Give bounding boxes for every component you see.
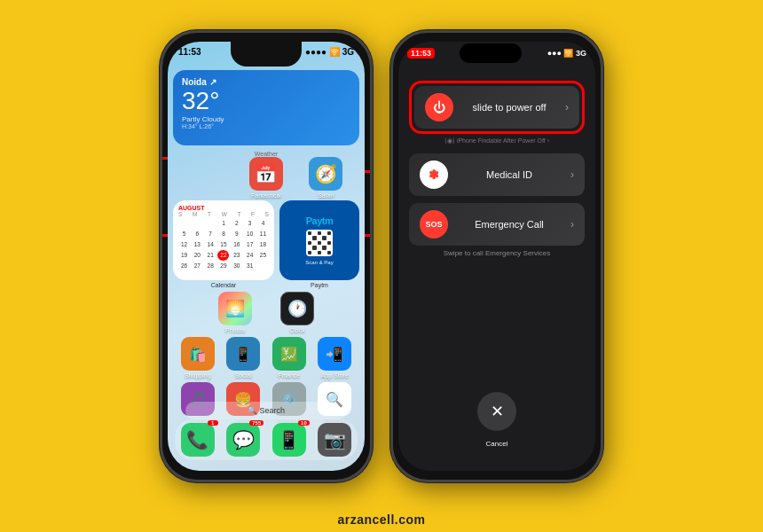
app-clock[interactable]: 🕐 Clock <box>275 292 319 333</box>
medical-chevron: › <box>570 168 574 181</box>
power-slider[interactable]: ⏻ slide to power off › <box>414 86 579 129</box>
weather-temp: 32° <box>182 87 350 115</box>
sos-chevron: › <box>570 218 574 231</box>
sos-label: Emergency Call <box>457 219 562 230</box>
calendar-widget[interactable]: AUGUST SMTWTFS 1234 567891011 1213141516… <box>173 200 274 280</box>
safari-label: Safari <box>318 192 334 199</box>
power-slider-highlight: ⏻ slide to power off › <box>409 81 585 134</box>
silent-button[interactable] <box>160 206 161 237</box>
sos-text: SOS <box>425 220 442 229</box>
clock-label: Clock <box>289 327 305 333</box>
app-photos[interactable]: 🌅 Photos <box>213 292 257 333</box>
phone1: 11:53 ●●●● 🛜 3G Noida ↗ 32° Partly Cloud… <box>160 30 373 482</box>
weather-desc: Partly Cloudy <box>182 115 350 123</box>
status-bar-2: 11:53 ●●● 🛜 3G <box>398 42 595 65</box>
signal-icons: ●●●● 🛜 3G <box>305 47 354 57</box>
sos-slider[interactable]: SOS Emergency Call › <box>409 203 585 246</box>
app-safari[interactable]: 🧭 Safari <box>303 157 348 199</box>
dock-whatsapp[interactable]: 📱 10 <box>272 423 306 457</box>
paytm-scanpay: Scan & Pay <box>305 260 333 265</box>
dock-phone[interactable]: 📞 1 <box>181 423 215 457</box>
cancel-label: Cancel <box>398 440 595 448</box>
power-slider-area: ⏻ slide to power off › ⟨◉⟩ iPhone Findab… <box>409 81 585 257</box>
paytm-label: Paytm <box>311 282 328 288</box>
calendar-label: Calendar <box>173 282 274 288</box>
fantastical-label: Fantastical <box>251 192 281 199</box>
paytm-qr <box>306 230 333 256</box>
app-row-1: 📅 Fantastical 🧭 Safari <box>173 157 359 199</box>
app-fantastical[interactable]: 📅 Fantastical <box>244 157 288 199</box>
dock: 📞 1 💬 755 📱 10 📷 <box>175 419 358 460</box>
dock-messages[interactable]: 💬 755 <box>226 423 260 457</box>
time: 11:53 <box>178 47 201 57</box>
weather-city: Noida ↗ <box>182 77 350 87</box>
search-text: 🔍 Search <box>248 406 285 415</box>
volume-down-button[interactable] <box>160 166 161 197</box>
main-area: 11:53 ●●●● 🛜 3G Noida ↗ 32° Partly Cloud… <box>0 0 763 504</box>
phone1-screen: 11:53 ●●●● 🛜 3G Noida ↗ 32° Partly Cloud… <box>168 42 365 471</box>
chevron-icon: › <box>565 101 569 113</box>
findable-text: ⟨◉⟩ iPhone Findable After Power Off › <box>409 137 585 145</box>
app-social[interactable]: 📱 Social <box>221 337 265 379</box>
paytm-logo: Paytm <box>306 215 334 226</box>
power-button[interactable] <box>371 170 373 232</box>
swipe-text: Swipe to call Emergency Services <box>409 249 585 257</box>
medical-label: Medical ID <box>457 169 562 180</box>
power-symbol: ⏻ <box>433 100 445 114</box>
medical-icon: ✽ <box>420 160 448 189</box>
sos-icon: SOS <box>420 210 448 239</box>
branding: arzancell.com <box>337 507 425 532</box>
power-slider-label: slide to power off <box>462 102 556 113</box>
phone2: 11:53 ●●● 🛜 3G ⏻ slide to power off › ⟨◉… <box>390 30 603 482</box>
volume-up-button[interactable] <box>160 121 161 153</box>
phone2-screen: 11:53 ●●● 🛜 3G ⏻ slide to power off › ⟨◉… <box>398 42 595 471</box>
widget-row: AUGUST SMTWTFS 1234 567891011 1213141516… <box>173 200 359 288</box>
medical-symbol: ✽ <box>429 168 439 182</box>
time-badge: 11:53 <box>407 48 435 59</box>
cal-month: AUGUST <box>178 205 269 211</box>
app-row-small-1: 🛍️ Shopping 📱 Social 💹 Finance 📲 App Sto… <box>173 337 359 379</box>
app-appstore[interactable]: 📲 App Store <box>312 337 357 379</box>
weather-widget[interactable]: Noida ↗ 32° Partly Cloudy H:34° L:26° <box>173 70 359 145</box>
app-shopping[interactable]: 🛍️ Shopping <box>176 337 220 379</box>
weather-range: H:34° L:26° <box>182 123 350 129</box>
dock-camera[interactable]: 📷 <box>318 423 351 457</box>
cancel-button[interactable]: ✕ <box>477 392 516 431</box>
search-bar[interactable]: 🔍 Search <box>185 402 347 419</box>
photos-label: Photos <box>225 327 245 333</box>
app-finance[interactable]: 💹 Finance <box>267 337 311 379</box>
notch <box>231 42 302 66</box>
messages-badge: 755 <box>249 420 264 426</box>
cancel-icon: ✕ <box>491 402 504 421</box>
paytm-widget[interactable]: Paytm Scan & Pay <box>279 200 359 280</box>
medical-id-slider[interactable]: ✽ Medical ID › <box>409 153 585 196</box>
phone2-dynamic-island <box>460 43 522 63</box>
power-icon: ⏻ <box>425 93 453 121</box>
signal-icons-2: ●●● 🛜 3G <box>547 49 586 58</box>
phone-badge: 1 <box>208 420 218 426</box>
weather-label: Weather <box>173 151 359 157</box>
branding-text: arzancell.com <box>337 512 425 527</box>
whatsapp-badge: 10 <box>298 420 310 426</box>
app-row-photos-clock: 🌅 Photos 🕐 Clock <box>173 292 359 333</box>
